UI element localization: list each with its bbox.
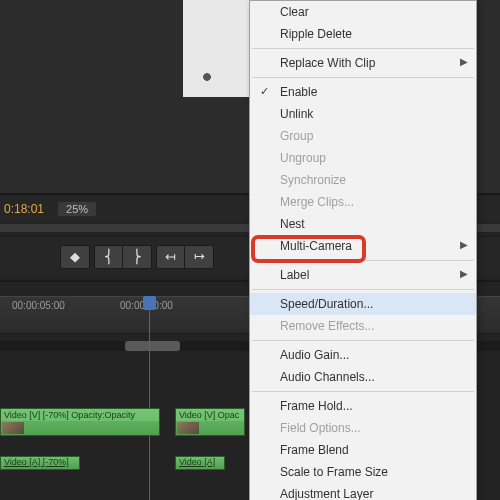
zoom-select[interactable]: 25% [58, 202, 96, 216]
menu-adjustment-layer[interactable]: Adjustment Layer [250, 483, 476, 500]
menu-separator [252, 289, 474, 290]
menu-ripple-delete[interactable]: Ripple Delete [250, 23, 476, 45]
zoom-slider-thumb[interactable] [125, 341, 180, 351]
menu-separator [252, 48, 474, 49]
context-menu: Clear Ripple Delete Replace With Clip▶ ✓… [249, 0, 477, 500]
overwrite-button[interactable]: ↦ [185, 246, 213, 268]
menu-enable[interactable]: ✓Enable [250, 81, 476, 103]
menu-label[interactable]: Label▶ [250, 264, 476, 286]
playhead-line [149, 296, 150, 500]
playhead-handle[interactable] [143, 296, 156, 310]
workspace: 0:18:01 25% ◆ ⎨ ⎬ ↤ ↦ 00:00:05:00 00:00:… [0, 0, 500, 500]
clip-thumbnail [2, 422, 24, 434]
playback-controls: ⎨ ⎬ [94, 245, 152, 269]
mark-in-button[interactable]: ⎨ [95, 246, 123, 268]
menu-multi-camera[interactable]: Multi-Camera▶ [250, 235, 476, 257]
timecode-display[interactable]: 0:18:01 [0, 202, 44, 216]
menu-separator [252, 391, 474, 392]
menu-audio-gain[interactable]: Audio Gain... [250, 344, 476, 366]
clip-header: Video [V] [-70%] Opacity:Opacity [1, 409, 159, 421]
menu-merge-clips: Merge Clips... [250, 191, 476, 213]
menu-ungroup: Ungroup [250, 147, 476, 169]
menu-audio-channels[interactable]: Audio Channels... [250, 366, 476, 388]
menu-frame-blend[interactable]: Frame Blend [250, 439, 476, 461]
menu-label-text: Label [280, 268, 309, 282]
clip-thumbnail [177, 422, 199, 434]
submenu-arrow-icon: ▶ [460, 56, 468, 67]
menu-remove-effects: Remove Effects... [250, 315, 476, 337]
menu-separator [252, 77, 474, 78]
ruler-tick: 00:00:05:00 [12, 300, 65, 311]
menu-nest[interactable]: Nest [250, 213, 476, 235]
menu-separator [252, 260, 474, 261]
menu-label: Replace With Clip [280, 56, 375, 70]
clip-header: Video [V] Opac [176, 409, 244, 421]
menu-field-options: Field Options... [250, 417, 476, 439]
monitor-content [183, 50, 243, 95]
menu-label: Multi-Camera [280, 239, 352, 253]
submenu-arrow-icon: ▶ [460, 268, 468, 279]
check-icon: ✓ [260, 85, 269, 98]
step-controls: ↤ ↦ [156, 245, 214, 269]
marker-controls: ◆ [60, 245, 90, 269]
menu-synchronize: Synchronize [250, 169, 476, 191]
menu-scale-to-frame-size[interactable]: Scale to Frame Size [250, 461, 476, 483]
menu-label: Enable [280, 85, 317, 99]
menu-unlink[interactable]: Unlink [250, 103, 476, 125]
audio-clip-1[interactable]: Video [A] [-70%] [0, 456, 80, 470]
menu-clear[interactable]: Clear [250, 1, 476, 23]
video-clip-1[interactable]: Video [V] [-70%] Opacity:Opacity [0, 408, 160, 436]
audio-clip-2[interactable]: Video [A] [175, 456, 225, 470]
menu-replace-with-clip[interactable]: Replace With Clip▶ [250, 52, 476, 74]
add-marker-button[interactable]: ◆ [61, 246, 89, 268]
menu-separator [252, 340, 474, 341]
insert-button[interactable]: ↤ [157, 246, 185, 268]
video-clip-2[interactable]: Video [V] Opac [175, 408, 245, 436]
mark-out-button[interactable]: ⎬ [123, 246, 151, 268]
submenu-arrow-icon: ▶ [460, 239, 468, 250]
menu-frame-hold[interactable]: Frame Hold... [250, 395, 476, 417]
menu-group: Group [250, 125, 476, 147]
menu-speed-duration[interactable]: Speed/Duration... [250, 293, 476, 315]
